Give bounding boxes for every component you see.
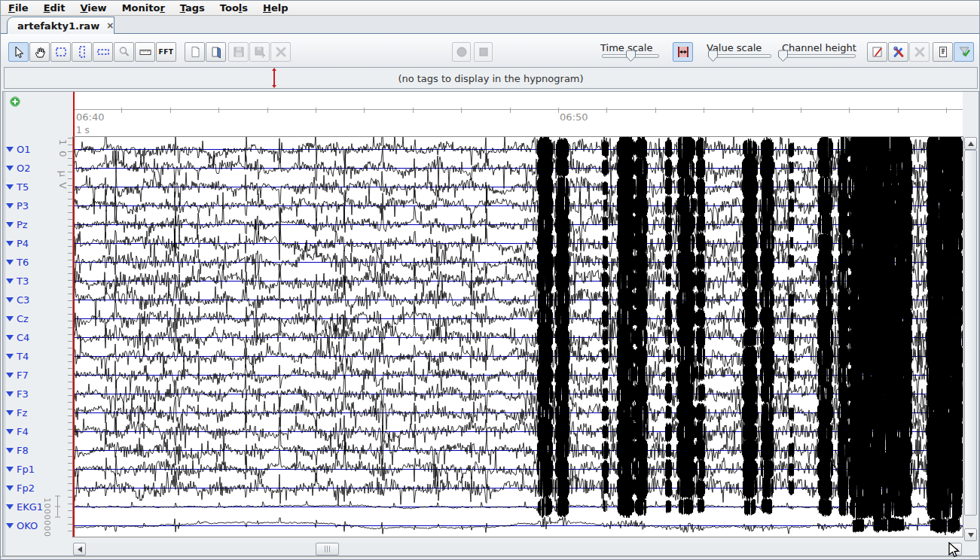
channel-collapse-icon[interactable]: [6, 391, 14, 397]
hypnogram-marker-bottom: [272, 85, 276, 88]
remove-preferences-button[interactable]: [909, 42, 930, 62]
channel-collapse-icon[interactable]: [6, 448, 14, 453]
channel-collapse-icon[interactable]: [6, 147, 14, 152]
time-scale-slider-thumb[interactable]: [625, 50, 637, 62]
channel-collapse-icon[interactable]: [6, 410, 14, 415]
channel-label-f8[interactable]: F8: [6, 444, 29, 456]
hand-icon: [33, 45, 47, 59]
signal-plot-area[interactable]: [72, 136, 963, 537]
channel-label-t5[interactable]: T5: [6, 181, 29, 193]
ruler-tick: [801, 108, 801, 113]
save-tag-as-button[interactable]: [249, 42, 270, 62]
menu-item-tags[interactable]: Tags: [172, 1, 212, 15]
channel-label-c4[interactable]: C4: [6, 331, 29, 343]
new-tag-document-button[interactable]: [185, 42, 205, 62]
eeg-traces-canvas[interactable]: [73, 137, 963, 537]
channel-collapse-icon[interactable]: [6, 523, 14, 528]
channel-collapse-icon[interactable]: [6, 297, 14, 303]
horizontal-scrollbar[interactable]: [73, 543, 963, 555]
channel-label-t3[interactable]: T3: [6, 275, 29, 287]
channel-collapse-icon[interactable]: [6, 335, 14, 340]
channel-label-p4[interactable]: P4: [6, 237, 29, 249]
signal-preferences-button[interactable]: [888, 42, 908, 62]
scroll-up-button[interactable]: [964, 137, 977, 150]
channel-label-o1[interactable]: O1: [6, 143, 31, 155]
menu-item-monitor[interactable]: Monitor: [114, 1, 172, 15]
channel-label-o2[interactable]: O2: [6, 162, 31, 174]
select-tool-button[interactable]: [8, 42, 29, 62]
channel-collapse-icon[interactable]: [6, 241, 14, 246]
amplitude-scale-label: 10 µV: [57, 139, 69, 194]
tools-icon: [892, 45, 905, 59]
channel-collapse-icon[interactable]: [6, 184, 14, 190]
channel-collapse-icon[interactable]: [6, 354, 14, 359]
horizontal-scrollbar-thumb[interactable]: [316, 543, 339, 555]
channel-name: P3: [17, 200, 29, 212]
channel-label-fz[interactable]: Fz: [6, 406, 27, 418]
tab-close-icon[interactable]: ×: [106, 20, 114, 31]
channel-label-c3[interactable]: C3: [6, 294, 29, 306]
save-tag-button[interactable]: [228, 42, 249, 62]
channel-label-fp1[interactable]: Fp1: [6, 463, 35, 475]
channel-label-f7[interactable]: F7: [6, 369, 29, 381]
fit-time-scale-button[interactable]: [673, 42, 693, 62]
channel-collapse-icon[interactable]: [6, 467, 14, 472]
channel-label-fp2[interactable]: Fp2: [6, 482, 35, 494]
scroll-left-button[interactable]: [73, 543, 86, 555]
select-epoch-tool-button[interactable]: [50, 42, 71, 62]
channel-height-slider[interactable]: [778, 54, 856, 58]
hand-tool-button[interactable]: [29, 42, 50, 62]
edit-signal-montage-button[interactable]: [867, 42, 887, 62]
menu-item-edit[interactable]: Edit: [36, 1, 73, 15]
channel-name: C4: [17, 332, 29, 343]
value-scale-slider-thumb[interactable]: [707, 50, 719, 62]
channel-height-slider-thumb[interactable]: [777, 50, 789, 62]
channel-collapse-icon[interactable]: [6, 222, 14, 227]
zoom-tool-button[interactable]: [114, 42, 134, 62]
channel-collapse-icon[interactable]: [6, 504, 14, 510]
menu-item-help[interactable]: Help: [255, 1, 295, 15]
channel-collapse-icon[interactable]: [6, 203, 14, 208]
tag-style-button[interactable]: [933, 42, 953, 62]
channel-label-ekg1[interactable]: EKG1: [6, 501, 43, 513]
select-block-tool-button[interactable]: [93, 42, 113, 62]
channel-label-f3[interactable]: F3: [6, 388, 29, 400]
close-tag-button[interactable]: [270, 42, 291, 62]
menu-item-tools[interactable]: Tools: [212, 1, 255, 15]
channel-name: Fp1: [17, 464, 35, 475]
left-arrow-icon: [78, 546, 82, 552]
stop-button[interactable]: [474, 42, 493, 62]
channel-collapse-icon[interactable]: [6, 485, 14, 491]
select-channel-tool-button[interactable]: [72, 42, 92, 62]
open-tag-document-button[interactable]: [206, 42, 226, 62]
filter-toggle-button[interactable]: [954, 42, 974, 62]
vertical-scrollbar-thumb[interactable]: [964, 150, 977, 516]
channel-collapse-icon[interactable]: [6, 260, 14, 265]
scroll-down-button[interactable]: [964, 528, 977, 541]
ruler-time-mid: 06:50: [560, 111, 588, 123]
ruler-tool-button[interactable]: [135, 42, 155, 62]
document-tab[interactable]: artefakty1.raw ×: [7, 17, 114, 34]
hypnogram-marker[interactable]: [273, 70, 275, 86]
channel-collapse-icon[interactable]: [6, 316, 14, 321]
channel-collapse-icon[interactable]: [6, 166, 14, 171]
ruler-tick: [655, 108, 656, 113]
fft-tool-button[interactable]: FFT: [156, 42, 176, 62]
menu-item-file[interactable]: File: [1, 1, 36, 15]
menu-item-view[interactable]: View: [73, 1, 114, 15]
channel-collapse-icon[interactable]: [6, 373, 14, 378]
vertical-scrollbar[interactable]: [964, 137, 977, 541]
channel-collapse-icon[interactable]: [6, 278, 14, 284]
channel-label-t4[interactable]: T4: [6, 350, 29, 362]
channel-label-cz[interactable]: Cz: [6, 312, 29, 324]
channel-label-t6[interactable]: T6: [6, 256, 29, 268]
channel-label-pz[interactable]: Pz: [6, 218, 28, 230]
channel-collapse-icon[interactable]: [6, 429, 14, 434]
channel-label-f4[interactable]: F4: [6, 425, 29, 437]
ruler-tick: [218, 108, 219, 113]
channel-name: C3: [17, 294, 29, 306]
amplitude-mini-ruler: [68, 138, 72, 536]
channel-label-p3[interactable]: P3: [6, 199, 29, 212]
record-button[interactable]: [452, 42, 471, 62]
channel-label-oko[interactable]: OKO: [6, 519, 38, 531]
